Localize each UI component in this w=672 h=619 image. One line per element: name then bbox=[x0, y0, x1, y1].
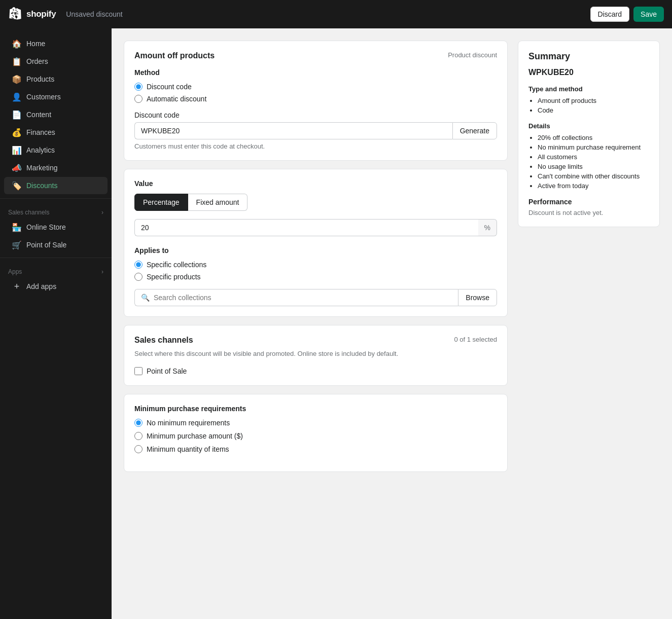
sidebar-item-online-store[interactable]: 🏪 Online Store bbox=[4, 219, 108, 236]
sidebar-label-discounts: Discounts bbox=[26, 181, 57, 190]
sidebar-label-customers: Customers bbox=[26, 93, 61, 101]
specific-products-radio[interactable]: Specific products bbox=[134, 273, 497, 281]
summary-detail-6: Active from today bbox=[538, 182, 649, 190]
details-label: Details bbox=[528, 122, 649, 130]
save-button[interactable]: Save bbox=[633, 7, 664, 22]
sidebar-divider-1 bbox=[0, 198, 112, 199]
sidebar-label-online-store: Online Store bbox=[26, 223, 66, 231]
point-of-sale-checkbox[interactable]: Point of Sale bbox=[134, 367, 497, 375]
specific-products-radio-input[interactable] bbox=[134, 273, 143, 281]
value-suffix: % bbox=[478, 219, 497, 236]
discount-code-input-row: Generate bbox=[134, 122, 497, 139]
main-content: ← Create product discount Amount off pro… bbox=[112, 0, 672, 484]
point-of-sale-checkbox-label: Point of Sale bbox=[147, 367, 187, 375]
applies-to-label: Applies to bbox=[134, 246, 497, 254]
amount-off-card-header: Amount off products Product discount bbox=[134, 51, 497, 60]
specific-products-label: Specific products bbox=[147, 273, 201, 281]
sidebar-item-orders[interactable]: 📋 Orders bbox=[4, 53, 108, 70]
value-toggle-group: Percentage Fixed amount bbox=[134, 194, 497, 211]
marketing-icon: 📣 bbox=[12, 163, 21, 172]
sidebar-item-add-apps[interactable]: + Add apps bbox=[4, 278, 108, 295]
sidebar-item-analytics[interactable]: 📊 Analytics bbox=[4, 141, 108, 159]
topnav-left: shopify Unsaved discount bbox=[8, 7, 123, 21]
summary-title: Summary bbox=[528, 51, 649, 62]
no-minimum-radio[interactable]: No minimum requirements bbox=[134, 419, 497, 427]
apps-label: Apps bbox=[8, 268, 22, 275]
fixed-amount-toggle[interactable]: Fixed amount bbox=[188, 194, 248, 211]
method-label: Method bbox=[134, 68, 497, 77]
no-minimum-radio-input[interactable] bbox=[134, 419, 143, 427]
automatic-discount-radio-input[interactable] bbox=[134, 95, 143, 103]
min-purchase-amount-radio-input[interactable] bbox=[134, 432, 143, 440]
shopify-logo: shopify bbox=[8, 7, 56, 21]
amount-off-title: Amount off products bbox=[134, 51, 215, 60]
min-quantity-radio[interactable]: Minimum quantity of items bbox=[134, 445, 497, 453]
type-method-label: Type and method bbox=[528, 85, 649, 93]
sidebar-item-home[interactable]: 🏠 Home bbox=[4, 35, 108, 52]
performance-label: Performance bbox=[528, 198, 649, 206]
online-store-icon: 🏪 bbox=[12, 223, 21, 232]
percentage-toggle[interactable]: Percentage bbox=[134, 194, 188, 211]
products-icon: 📦 bbox=[12, 75, 21, 84]
point-of-sale-icon: 🛒 bbox=[12, 240, 21, 249]
sales-channels-header: Sales channels 0 of 1 selected bbox=[134, 336, 497, 345]
top-navigation: shopify Unsaved discount Discard Save bbox=[0, 0, 672, 28]
summary-code: WPKUBE20 bbox=[528, 68, 649, 77]
sidebar-label-analytics: Analytics bbox=[26, 146, 55, 154]
no-minimum-label: No minimum requirements bbox=[147, 419, 230, 427]
sidebar-item-marketing[interactable]: 📣 Marketing bbox=[4, 159, 108, 176]
automatic-discount-radio[interactable]: Automatic discount bbox=[134, 95, 497, 103]
sales-channels-card: Sales channels 0 of 1 selected Select wh… bbox=[124, 325, 508, 386]
sidebar-item-products[interactable]: 📦 Products bbox=[4, 70, 108, 88]
minimum-purchase-title: Minimum purchase requirements bbox=[134, 405, 497, 413]
content-icon: 📄 bbox=[12, 110, 21, 119]
side-column: Summary WPKUBE20 Type and method Amount … bbox=[518, 41, 660, 472]
sidebar-item-finances[interactable]: 💰 Finances bbox=[4, 124, 108, 141]
summary-card: Summary WPKUBE20 Type and method Amount … bbox=[518, 41, 660, 227]
content-area: Amount off products Product discount Met… bbox=[124, 41, 660, 472]
sidebar-item-point-of-sale[interactable]: 🛒 Point of Sale bbox=[4, 236, 108, 253]
sales-channels-arrow-icon: › bbox=[101, 209, 103, 216]
specific-collections-radio-input[interactable] bbox=[134, 261, 143, 269]
discount-code-radio[interactable]: Discount code bbox=[134, 83, 497, 91]
point-of-sale-checkbox-input[interactable] bbox=[134, 367, 143, 375]
finances-icon: 💰 bbox=[12, 128, 21, 137]
browse-button[interactable]: Browse bbox=[458, 289, 497, 306]
collection-search-row: 🔍 Browse bbox=[134, 289, 497, 306]
customers-icon: 👤 bbox=[12, 92, 21, 101]
summary-detail-5: Can't combine with other discounts bbox=[538, 172, 649, 180]
sidebar-label-marketing: Marketing bbox=[26, 164, 57, 172]
min-purchase-amount-radio[interactable]: Minimum purchase amount ($) bbox=[134, 432, 497, 440]
value-input[interactable] bbox=[134, 219, 478, 236]
orders-icon: 📋 bbox=[12, 57, 21, 66]
amount-off-card: Amount off products Product discount Met… bbox=[124, 41, 508, 161]
min-quantity-radio-input[interactable] bbox=[134, 445, 143, 453]
sidebar-item-customers[interactable]: 👤 Customers bbox=[4, 88, 108, 105]
sidebar-label-add-apps: Add apps bbox=[26, 282, 56, 290]
add-apps-icon: + bbox=[12, 282, 21, 291]
discount-code-radio-input[interactable] bbox=[134, 83, 143, 91]
discard-button[interactable]: Discard bbox=[590, 7, 629, 22]
specific-collections-radio[interactable]: Specific collections bbox=[134, 261, 497, 269]
summary-detail-4: No usage limits bbox=[538, 163, 649, 170]
search-input-wrap: 🔍 bbox=[134, 289, 458, 306]
apps-arrow-icon: › bbox=[101, 268, 103, 275]
minimum-purchase-card: Minimum purchase requirements No minimum… bbox=[124, 394, 508, 472]
sidebar-item-discounts[interactable]: 🏷️ Discounts bbox=[4, 177, 108, 194]
analytics-icon: 📊 bbox=[12, 145, 21, 155]
summary-detail-2: No minimum purchase requirement bbox=[538, 143, 649, 151]
summary-type-item: Amount off products bbox=[538, 97, 649, 104]
page-title-topnav: Unsaved discount bbox=[66, 10, 122, 18]
sidebar-item-content[interactable]: 📄 Content bbox=[4, 106, 108, 123]
discount-code-input[interactable] bbox=[134, 122, 452, 139]
generate-button[interactable]: Generate bbox=[452, 122, 497, 139]
sidebar-label-products: Products bbox=[26, 75, 54, 83]
product-discount-badge: Product discount bbox=[448, 51, 497, 59]
sidebar-section-sales-channels: Sales channels › bbox=[0, 203, 112, 218]
search-collections-input[interactable] bbox=[154, 294, 452, 302]
min-purchase-amount-label: Minimum purchase amount ($) bbox=[147, 432, 243, 440]
sidebar-label-point-of-sale: Point of Sale bbox=[26, 241, 66, 249]
summary-detail-3: All customers bbox=[538, 153, 649, 161]
sidebar: 🏠 Home 📋 Orders 📦 Products 👤 Customers 📄… bbox=[0, 28, 112, 484]
sidebar-label-home: Home bbox=[26, 40, 45, 48]
